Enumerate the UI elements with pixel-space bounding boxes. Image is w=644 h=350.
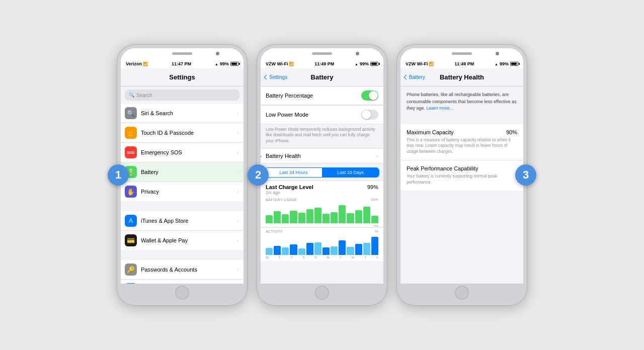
back-label-2: Settings xyxy=(269,74,287,80)
back-chevron-3 xyxy=(404,75,409,80)
carrier-1: Verizon xyxy=(126,61,142,66)
siri-search-row[interactable]: 🔍 Siri & Search › xyxy=(121,104,244,123)
status-left-1: Verizon 📶 xyxy=(126,61,148,66)
wifi-icon-2: 📶 xyxy=(289,62,294,66)
settings-section-2: A iTunes & App Store › 💳 Wallet & Apple … xyxy=(121,211,244,250)
wallet-row[interactable]: 💳 Wallet & Apple Pay › xyxy=(121,231,244,250)
passwords-icon: 🔑 xyxy=(125,264,137,276)
health-section: Maximum Capacity 90% This is a measure o… xyxy=(400,124,523,191)
bar-u-5 xyxy=(298,213,305,223)
carrier-3: VZW Wi-Fi xyxy=(406,61,428,66)
low-power-description: Low Power Mode temporarily reduces backg… xyxy=(261,124,383,149)
activity-bar-chart xyxy=(266,233,378,256)
bar-a-6 xyxy=(306,243,313,255)
max-capacity-label: Maximum Capacity xyxy=(407,129,454,135)
mail-row[interactable]: ✉ Mail › xyxy=(121,280,244,284)
activity-header: ACTIVITY 6h xyxy=(266,230,378,233)
bar-a-12 xyxy=(355,244,362,255)
bar-u-2 xyxy=(274,211,281,223)
battery-icon-1 xyxy=(230,62,238,66)
home-button-3[interactable] xyxy=(455,286,469,300)
bar-u-11 xyxy=(347,213,354,224)
status-right-2: ▲ 99% xyxy=(355,61,378,66)
bar-a-3 xyxy=(282,247,289,255)
sos-row[interactable]: SOS Emergency SOS › xyxy=(121,143,244,162)
toggle-knob-on xyxy=(369,91,378,100)
health-gap xyxy=(400,117,523,123)
home-area-3 xyxy=(400,284,523,302)
location-icon-2: ▲ xyxy=(355,62,358,66)
passwords-row[interactable]: 🔑 Passwords & Accounts › xyxy=(121,260,244,280)
privacy-chevron: › xyxy=(237,189,238,195)
gap-1 xyxy=(121,201,244,211)
bar-a-5 xyxy=(298,248,305,255)
siri-label: Siri & Search xyxy=(141,110,237,116)
speaker-icon xyxy=(172,52,192,55)
last-charge-time: 2m ago xyxy=(266,190,313,195)
health-screen: Phone batteries, like all rechargeable b… xyxy=(400,86,523,284)
passwords-chevron: › xyxy=(237,267,238,273)
time-tabs: Last 24 Hours Last 10 Days xyxy=(265,167,379,178)
toggle-knob-off xyxy=(362,110,371,119)
back-chevron-2 xyxy=(264,75,269,80)
bar-u-7 xyxy=(314,208,321,223)
nav-bar-1: Settings xyxy=(121,68,244,86)
bar-u-13 xyxy=(363,207,370,223)
time-3: 11:49 PM xyxy=(454,61,474,66)
passwords-label: Passwords & Accounts xyxy=(141,267,237,273)
appstore-row[interactable]: A iTunes & App Store › xyxy=(121,211,244,231)
nav-bar-2: Settings Battery xyxy=(261,68,383,86)
touchid-row[interactable]: ☝ Touch ID & Passcode › xyxy=(121,123,244,143)
last-charge-info: Last Charge Level 2m ago xyxy=(266,184,313,195)
activity-6h: 6h xyxy=(375,230,378,233)
bar-u-6 xyxy=(306,209,313,223)
back-to-battery[interactable]: Battery xyxy=(405,74,425,80)
bar-a-2 xyxy=(274,246,281,255)
phone-2-wrapper: 2 VZW Wi-Fi 📶 11:49 PM ▲ 99% xyxy=(257,44,387,306)
battery-health-row[interactable]: Battery Health › xyxy=(261,148,383,163)
phone-2-top xyxy=(261,48,383,59)
tab-10d[interactable]: Last 10 Days xyxy=(322,168,379,177)
learn-more-link[interactable]: Learn more... xyxy=(427,106,454,111)
battery-row-label: Battery xyxy=(141,169,237,175)
step-3-badge: 3 xyxy=(515,164,536,186)
home-button-1[interactable] xyxy=(175,286,189,300)
battery-icon-2 xyxy=(370,62,378,66)
wallet-icon: 💳 xyxy=(125,234,137,246)
bar-a-1 xyxy=(266,248,273,255)
battery-row[interactable]: 🔋 Battery › xyxy=(121,162,244,182)
health-chevron: › xyxy=(377,153,378,159)
touchid-chevron: › xyxy=(237,130,238,136)
low-power-toggle[interactable] xyxy=(361,110,378,120)
search-bar[interactable]: 🔍 Search xyxy=(125,90,239,101)
status-left-2: VZW Wi-Fi 📶 xyxy=(266,61,294,66)
privacy-row[interactable]: ✋ Privacy › xyxy=(121,182,244,201)
status-bar-2: VZW Wi-Fi 📶 11:49 PM ▲ 99% xyxy=(261,59,383,68)
settings-section-3: 🔑 Passwords & Accounts › ✉ Mail › 👤 Cont… xyxy=(121,260,244,284)
back-to-settings[interactable]: Settings xyxy=(265,74,287,80)
max-capacity-value: 90% xyxy=(506,129,517,135)
camera-icon-3 xyxy=(496,52,499,55)
usage-header: BATTERY USAGE 100% xyxy=(266,198,378,202)
phone-2-screen: VZW Wi-Fi 📶 11:49 PM ▲ 99% xyxy=(261,48,383,302)
phone-3-top xyxy=(400,48,523,59)
phone-3-screen: VZW Wi-Fi 📶 11:49 PM ▲ 99% xyxy=(400,48,523,302)
step2-arrow: ▶ xyxy=(261,151,262,160)
home-button-2[interactable] xyxy=(315,286,329,300)
tab-24h[interactable]: Last 24 Hours xyxy=(265,168,322,177)
time-2: 11:49 PM xyxy=(314,61,334,66)
bar-a-13 xyxy=(363,243,370,255)
battery-pct-3: 99% xyxy=(500,61,509,66)
settings-screen: 🔍 Search 🔍 Siri & Search › ☝ xyxy=(121,86,244,284)
privacy-icon: ✋ xyxy=(125,186,137,198)
battery-fill-3 xyxy=(511,63,517,65)
usage-100: 100% xyxy=(371,198,378,202)
touchid-label: Touch ID & Passcode xyxy=(141,130,237,136)
usage-bar-chart xyxy=(266,202,378,224)
battery-pct-toggle[interactable] xyxy=(361,91,378,101)
appstore-label: iTunes & App Store xyxy=(141,218,237,224)
wallet-label: Wallet & Apple Pay xyxy=(141,237,237,243)
last-charge-pct: 99% xyxy=(367,184,378,190)
gap-2 xyxy=(121,250,244,260)
main-scene: 1 Verizon 📶 11:47 PM ▲ 99% xyxy=(107,34,537,316)
